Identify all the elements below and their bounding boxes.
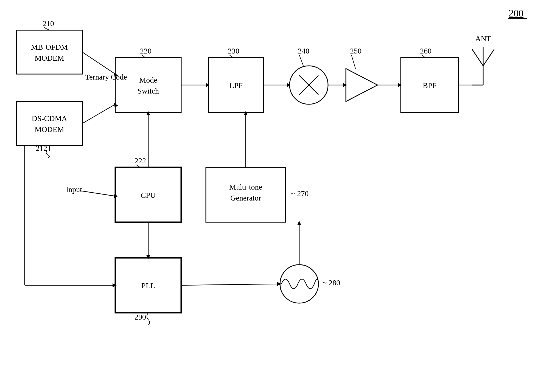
- ref-220: 220: [140, 47, 152, 55]
- ref-212: 212: [36, 144, 47, 153]
- ternary-code-label: Ternary Code: [85, 73, 127, 81]
- mb-ofdm-block: [16, 30, 82, 74]
- ref-260: 260: [420, 47, 432, 55]
- lpf-label: LPF: [229, 81, 243, 90]
- svg-line-41: [80, 191, 115, 196]
- ds-cdma-label: DS-CDMA: [32, 114, 67, 123]
- pll-label: PLL: [141, 281, 155, 290]
- ant-label: ANT: [475, 34, 491, 43]
- mb-ofdm-label2: MODEM: [35, 54, 64, 62]
- svg-line-12: [472, 49, 483, 66]
- ds-cdma-label2: MODEM: [35, 125, 64, 134]
- ref-250: 250: [350, 47, 362, 55]
- svg-line-7: [351, 55, 355, 69]
- bpf-label: BPF: [423, 81, 436, 90]
- input-label: Input: [66, 185, 82, 194]
- svg-line-34: [181, 284, 280, 285]
- svg-line-6: [299, 55, 303, 66]
- diagram-container: 200 MB-OFDM MODEM 210 DS-CDMA MODEM 212 …: [0, 0, 546, 392]
- svg-line-17: [82, 104, 115, 123]
- mode-switch-label2: Switch: [138, 87, 159, 95]
- multitone-label2: Generator: [230, 194, 261, 202]
- ref-270: ~ 270: [291, 189, 309, 198]
- ref-230: 230: [228, 47, 239, 55]
- mb-ofdm-label: MB-OFDM: [31, 43, 68, 51]
- amplifier-triangle: [346, 69, 377, 101]
- circuit-diagram: 200 MB-OFDM MODEM 210 DS-CDMA MODEM 212 …: [0, 0, 546, 392]
- cpu-label: CPU: [141, 191, 156, 199]
- mode-switch-block: [115, 58, 181, 112]
- ref-200: 200: [509, 8, 523, 19]
- ref-290: 290: [135, 313, 146, 321]
- mode-switch-label: Mode: [139, 76, 157, 84]
- ds-cdma-block: [16, 101, 82, 145]
- ref-240: 240: [298, 47, 309, 55]
- svg-line-15: [82, 52, 115, 74]
- oscillator-circle: [280, 265, 318, 303]
- ref-210: 210: [43, 19, 54, 28]
- ref-280: ~ 280: [323, 278, 340, 287]
- multitone-label: Multi-tone: [229, 183, 262, 191]
- svg-line-13: [483, 49, 494, 66]
- ref-222: 222: [135, 156, 146, 165]
- svg-marker-37: [297, 221, 301, 225]
